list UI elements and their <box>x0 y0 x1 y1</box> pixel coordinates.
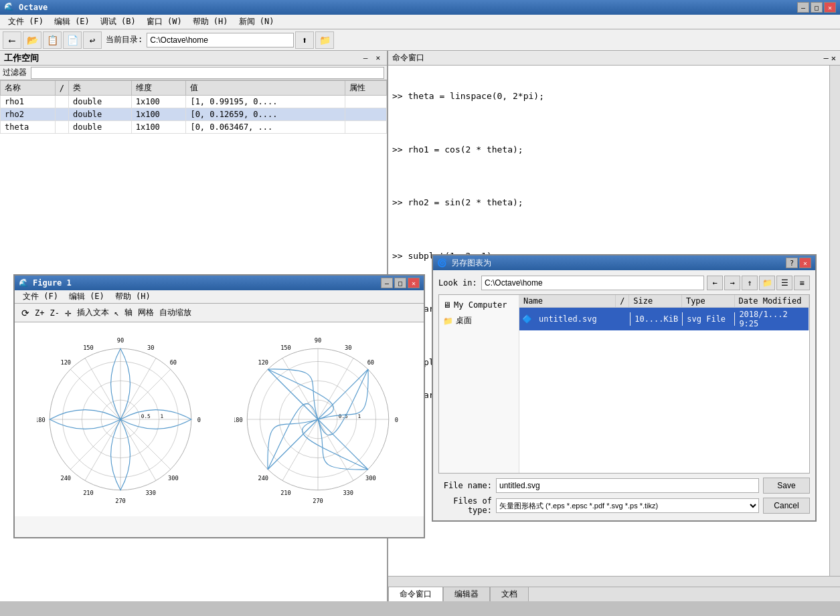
workspace-controls: – ✕ <box>361 54 383 62</box>
dialog-help-btn[interactable]: ? <box>786 258 798 268</box>
var-dim: 1x100 <box>131 108 186 121</box>
filetype-row: Files of type: 矢量图形格式 (*.eps *.epsc *.pd… <box>438 496 810 515</box>
fig-zoom-out-btn[interactable]: Z- <box>50 308 59 318</box>
fig-axis-btn[interactable]: 轴 <box>124 307 133 318</box>
col-date-header[interactable]: Date Modified <box>735 295 809 307</box>
dialog-nav-buttons: ← → ↑ 📁 ☰ ≡ <box>707 276 810 290</box>
var-name: theta <box>1 121 56 134</box>
filetype-select[interactable]: 矢量图形格式 (*.eps *.epsc *.pdf *.svg *.ps *.… <box>496 498 759 513</box>
cmd-minimize-btn[interactable]: – <box>824 54 829 63</box>
cancel-button[interactable]: Cancel <box>763 498 810 514</box>
dialog-view-list-btn[interactable]: ☰ <box>776 276 792 290</box>
dialog-view-details-btn[interactable]: ≡ <box>794 276 810 290</box>
fig-menu-edit[interactable]: 编辑 (E) <box>64 290 110 304</box>
toolbar-paste-btn[interactable]: 📄 <box>63 31 82 49</box>
cmd-line: >> rho1 = cos(2 * theta); <box>392 143 825 157</box>
toolbar-nav-up-btn[interactable]: ⬆ <box>295 31 314 49</box>
toolbar-copy-btn[interactable]: 📋 <box>43 31 62 49</box>
menu-window[interactable]: 窗口 (W) <box>141 15 187 29</box>
dialog-up-btn[interactable]: ↑ <box>742 276 758 290</box>
dialog-title-bar: 🌀 另存图表为 ? ✕ <box>433 255 815 270</box>
dialog-create-folder-btn[interactable]: 📁 <box>759 276 775 290</box>
dialog-title: 另存图表为 <box>451 258 786 269</box>
figure-maximize-btn[interactable]: □ <box>394 278 406 288</box>
var-type: double <box>68 108 131 121</box>
variables-table: 名称 / 类 维度 值 属性 rho1 double 1x100 [1, 0. <box>0 80 387 134</box>
fig-zoom-in-btn[interactable]: Z+ <box>35 308 44 318</box>
fig-pan-btn[interactable]: ✛ <box>65 306 72 319</box>
var-name: rho1 <box>1 96 56 108</box>
sidebar-item-my-computer[interactable]: 🖥 My Computer <box>439 298 519 312</box>
svg-text:330: 330 <box>343 490 354 496</box>
col-sort[interactable]: / <box>55 81 68 96</box>
fig-menu-file[interactable]: 文件 (F) <box>17 290 64 304</box>
toolbar-browse-btn[interactable]: 📁 <box>315 31 334 49</box>
svg-text:300: 300 <box>365 475 376 482</box>
fig-grid-btn[interactable]: 网格 <box>138 307 154 318</box>
col-type[interactable]: 类 <box>68 81 131 96</box>
dialog-path-input[interactable] <box>481 276 704 290</box>
svg-text:270: 270 <box>115 498 126 504</box>
tab-command[interactable]: 命令窗口 <box>388 587 443 601</box>
file-row-selected[interactable]: 🔷 untitled.svg 10....KiB svg File 2018/1… <box>519 308 809 330</box>
filename-input[interactable] <box>496 478 759 493</box>
minimize-button[interactable]: – <box>797 2 809 13</box>
fig-auto-scale-btn[interactable]: 自动缩放 <box>159 307 191 318</box>
table-row[interactable]: theta double 1x100 [0, 0.063467, ... <box>1 121 387 134</box>
menu-debug[interactable]: 调试 (B) <box>95 15 141 29</box>
menu-help[interactable]: 帮助 (H) <box>187 15 234 29</box>
tab-editor[interactable]: 编辑器 <box>443 587 490 601</box>
fig-select-btn[interactable]: ↖ <box>114 308 119 318</box>
filter-bar: 过滤器 <box>0 66 387 80</box>
current-dir-input[interactable] <box>147 33 294 47</box>
filter-input[interactable] <box>31 67 384 79</box>
workspace-minimize-btn[interactable]: – <box>361 54 371 62</box>
tab-docs[interactable]: 文档 <box>490 587 529 601</box>
close-button[interactable]: ✕ <box>824 2 836 13</box>
col-name-header[interactable]: Name <box>519 295 616 307</box>
command-scrollbar[interactable] <box>829 66 840 576</box>
look-in-label: Look in: <box>438 278 479 288</box>
col-size-header[interactable]: Size <box>629 295 682 307</box>
fig-insert-text-btn[interactable]: 插入文本 <box>77 307 109 318</box>
app-icon: 🌊 <box>4 2 15 13</box>
save-button[interactable]: Save <box>763 478 810 494</box>
horizontal-scrollbar[interactable] <box>388 576 840 587</box>
svg-text:60: 60 <box>367 359 374 366</box>
menu-news[interactable]: 新闻 (N) <box>234 15 280 29</box>
dialog-close-btn[interactable]: ✕ <box>799 258 811 268</box>
figure-controls: ⟳ Z+ Z- ✛ 插入文本 ↖ 轴 网格 自动缩放 <box>17 306 195 319</box>
col-dim[interactable]: 维度 <box>131 81 186 96</box>
col-attr[interactable]: 属性 <box>345 81 387 96</box>
maximize-button[interactable]: □ <box>811 2 823 13</box>
toolbar-folder-btn[interactable]: 📂 <box>23 31 41 49</box>
svg-text:240: 240 <box>258 475 269 482</box>
col-name[interactable]: 名称 <box>1 81 56 96</box>
figure-title-bar: 🌊 Figure 1 – □ ✕ <box>15 276 424 290</box>
fig-menu-help[interactable]: 帮助 (H) <box>110 290 156 304</box>
table-row[interactable]: rho2 double 1x100 [0, 0.12659, 0.... <box>1 108 387 121</box>
fig-refresh-btn[interactable]: ⟳ <box>21 308 29 318</box>
cmd-close-btn[interactable]: ✕ <box>831 54 836 63</box>
toolbar-back-btn[interactable]: ⟵ <box>3 31 21 49</box>
col-type-header[interactable]: Type <box>682 295 735 307</box>
workspace-close-btn[interactable]: ✕ <box>373 54 383 62</box>
filename-row: File name: Save <box>438 478 810 494</box>
table-row[interactable]: rho1 double 1x100 [1, 0.99195, 0.... <box>1 96 387 108</box>
svg-text:150: 150 <box>280 344 291 351</box>
dialog-forward-btn[interactable]: → <box>724 276 740 290</box>
filter-label: 过滤器 <box>3 67 27 78</box>
col-sort-header[interactable]: / <box>616 295 629 307</box>
col-value[interactable]: 值 <box>186 81 345 96</box>
computer-icon: 🖥 <box>443 300 451 310</box>
toolbar-undo-btn[interactable]: ↩ <box>83 31 102 49</box>
svg-text:90: 90 <box>315 337 321 344</box>
my-computer-label: My Computer <box>454 300 507 310</box>
dialog-back-btn[interactable]: ← <box>707 276 723 290</box>
menu-edit[interactable]: 编辑 (E) <box>49 15 95 29</box>
sidebar-item-desktop[interactable]: 📁 桌面 <box>439 312 519 329</box>
figure-close-btn[interactable]: ✕ <box>408 278 420 288</box>
menu-file[interactable]: 文件 (F) <box>3 15 49 29</box>
figure-minimize-btn[interactable]: – <box>381 278 393 288</box>
svg-text:180: 180 <box>234 417 243 423</box>
